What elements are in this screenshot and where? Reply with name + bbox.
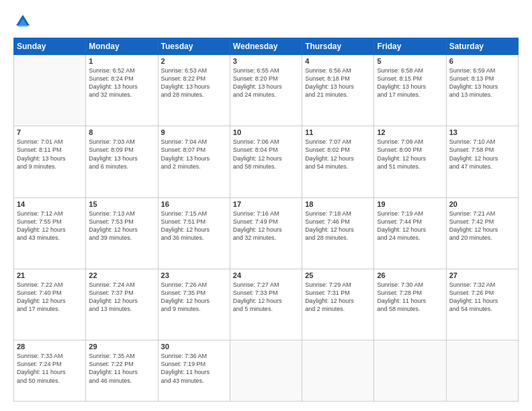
day-info: Sunrise: 6:58 AM Sunset: 8:15 PM Dayligh… <box>377 66 443 99</box>
day-info: Sunrise: 7:33 AM Sunset: 7:24 PM Dayligh… <box>17 352 83 385</box>
calendar-cell <box>14 55 86 126</box>
day-info: Sunrise: 7:06 AM Sunset: 8:04 PM Dayligh… <box>233 138 299 171</box>
calendar-cell: 10Sunrise: 7:06 AM Sunset: 8:04 PM Dayli… <box>230 126 302 197</box>
day-number: 10 <box>233 128 299 136</box>
calendar-cell: 22Sunrise: 7:24 AM Sunset: 7:37 PM Dayli… <box>86 269 158 340</box>
calendar-cell: 24Sunrise: 7:27 AM Sunset: 7:33 PM Dayli… <box>230 269 302 340</box>
day-number: 15 <box>89 200 154 208</box>
day-number: 9 <box>161 128 227 136</box>
calendar-cell: 3Sunrise: 6:55 AM Sunset: 8:20 PM Daylig… <box>230 55 302 126</box>
calendar-day-header: Friday <box>374 38 446 55</box>
day-info: Sunrise: 7:21 AM Sunset: 7:42 PM Dayligh… <box>449 210 515 242</box>
day-number: 17 <box>233 200 299 208</box>
day-info: Sunrise: 6:55 AM Sunset: 8:20 PM Dayligh… <box>233 66 299 99</box>
day-number: 24 <box>233 271 299 279</box>
day-number: 8 <box>89 128 154 136</box>
calendar-cell: 21Sunrise: 7:22 AM Sunset: 7:40 PM Dayli… <box>14 269 86 340</box>
logo <box>13 12 35 31</box>
day-number: 16 <box>161 200 227 208</box>
calendar-cell: 7Sunrise: 7:01 AM Sunset: 8:11 PM Daylig… <box>14 126 86 197</box>
calendar-header-row: SundayMondayTuesdayWednesdayThursdayFrid… <box>14 38 519 55</box>
day-info: Sunrise: 7:26 AM Sunset: 7:35 PM Dayligh… <box>161 281 227 314</box>
day-number: 25 <box>305 271 371 279</box>
day-info: Sunrise: 7:10 AM Sunset: 7:58 PM Dayligh… <box>449 138 515 171</box>
day-info: Sunrise: 7:32 AM Sunset: 7:26 PM Dayligh… <box>449 281 515 314</box>
day-number: 4 <box>305 57 371 65</box>
calendar-day-header: Wednesday <box>230 38 302 55</box>
calendar-cell: 29Sunrise: 7:35 AM Sunset: 7:22 PM Dayli… <box>86 340 158 402</box>
day-number: 21 <box>17 271 83 279</box>
calendar-cell: 6Sunrise: 6:59 AM Sunset: 8:13 PM Daylig… <box>446 55 518 126</box>
day-info: Sunrise: 7:19 AM Sunset: 7:44 PM Dayligh… <box>377 210 443 242</box>
day-number: 5 <box>377 57 443 65</box>
day-info: Sunrise: 7:13 AM Sunset: 7:53 PM Dayligh… <box>89 210 154 242</box>
calendar-week-row: 14Sunrise: 7:12 AM Sunset: 7:55 PM Dayli… <box>14 197 519 269</box>
day-number: 22 <box>89 271 154 279</box>
day-number: 6 <box>449 57 515 65</box>
day-number: 26 <box>377 271 443 279</box>
page: SundayMondayTuesdayWednesdayThursdayFrid… <box>0 0 532 411</box>
calendar-cell: 20Sunrise: 7:21 AM Sunset: 7:42 PM Dayli… <box>446 197 518 269</box>
calendar-cell: 19Sunrise: 7:19 AM Sunset: 7:44 PM Dayli… <box>374 197 446 269</box>
calendar-cell: 13Sunrise: 7:10 AM Sunset: 7:58 PM Dayli… <box>446 126 518 197</box>
calendar-day-header: Monday <box>86 38 158 55</box>
calendar-cell <box>230 340 302 402</box>
calendar-cell: 2Sunrise: 6:53 AM Sunset: 8:22 PM Daylig… <box>158 55 230 126</box>
calendar-cell <box>302 340 374 402</box>
header <box>13 12 519 31</box>
day-info: Sunrise: 7:15 AM Sunset: 7:51 PM Dayligh… <box>161 210 227 242</box>
calendar-cell: 15Sunrise: 7:13 AM Sunset: 7:53 PM Dayli… <box>86 197 158 269</box>
calendar-week-row: 7Sunrise: 7:01 AM Sunset: 8:11 PM Daylig… <box>14 126 519 197</box>
calendar-table: SundayMondayTuesdayWednesdayThursdayFrid… <box>13 38 519 402</box>
calendar-cell: 18Sunrise: 7:18 AM Sunset: 7:46 PM Dayli… <box>302 197 374 269</box>
day-number: 11 <box>305 128 371 136</box>
day-info: Sunrise: 7:16 AM Sunset: 7:49 PM Dayligh… <box>233 210 299 242</box>
logo-icon <box>13 12 32 31</box>
calendar-cell: 4Sunrise: 6:56 AM Sunset: 8:18 PM Daylig… <box>302 55 374 126</box>
calendar-day-header: Thursday <box>302 38 374 55</box>
calendar-day-header: Tuesday <box>158 38 230 55</box>
day-info: Sunrise: 7:09 AM Sunset: 8:00 PM Dayligh… <box>377 138 443 171</box>
calendar-cell: 16Sunrise: 7:15 AM Sunset: 7:51 PM Dayli… <box>158 197 230 269</box>
day-info: Sunrise: 6:53 AM Sunset: 8:22 PM Dayligh… <box>161 66 227 99</box>
calendar-cell: 25Sunrise: 7:29 AM Sunset: 7:31 PM Dayli… <box>302 269 374 340</box>
day-info: Sunrise: 7:04 AM Sunset: 8:07 PM Dayligh… <box>161 138 227 171</box>
day-info: Sunrise: 7:30 AM Sunset: 7:28 PM Dayligh… <box>377 281 443 314</box>
calendar-cell: 17Sunrise: 7:16 AM Sunset: 7:49 PM Dayli… <box>230 197 302 269</box>
calendar-cell: 8Sunrise: 7:03 AM Sunset: 8:09 PM Daylig… <box>86 126 158 197</box>
day-number: 19 <box>377 200 443 208</box>
day-info: Sunrise: 7:12 AM Sunset: 7:55 PM Dayligh… <box>17 210 83 242</box>
day-info: Sunrise: 7:24 AM Sunset: 7:37 PM Dayligh… <box>89 281 154 314</box>
day-info: Sunrise: 7:27 AM Sunset: 7:33 PM Dayligh… <box>233 281 299 314</box>
day-number: 23 <box>161 271 227 279</box>
day-number: 1 <box>89 57 154 65</box>
calendar-week-row: 21Sunrise: 7:22 AM Sunset: 7:40 PM Dayli… <box>14 269 519 340</box>
calendar-cell: 9Sunrise: 7:04 AM Sunset: 8:07 PM Daylig… <box>158 126 230 197</box>
day-info: Sunrise: 6:52 AM Sunset: 8:24 PM Dayligh… <box>89 66 154 99</box>
calendar-cell: 12Sunrise: 7:09 AM Sunset: 8:00 PM Dayli… <box>374 126 446 197</box>
calendar-cell: 14Sunrise: 7:12 AM Sunset: 7:55 PM Dayli… <box>14 197 86 269</box>
day-number: 7 <box>17 128 83 136</box>
calendar-cell: 28Sunrise: 7:33 AM Sunset: 7:24 PM Dayli… <box>14 340 86 402</box>
day-info: Sunrise: 7:22 AM Sunset: 7:40 PM Dayligh… <box>17 281 83 314</box>
day-info: Sunrise: 7:36 AM Sunset: 7:19 PM Dayligh… <box>161 352 227 385</box>
calendar-cell: 23Sunrise: 7:26 AM Sunset: 7:35 PM Dayli… <box>158 269 230 340</box>
calendar-cell: 1Sunrise: 6:52 AM Sunset: 8:24 PM Daylig… <box>86 55 158 126</box>
day-number: 20 <box>449 200 515 208</box>
day-info: Sunrise: 7:18 AM Sunset: 7:46 PM Dayligh… <box>305 210 371 242</box>
calendar-cell: 30Sunrise: 7:36 AM Sunset: 7:19 PM Dayli… <box>158 340 230 402</box>
day-number: 27 <box>449 271 515 279</box>
day-info: Sunrise: 7:07 AM Sunset: 8:02 PM Dayligh… <box>305 138 371 171</box>
day-number: 3 <box>233 57 299 65</box>
calendar-day-header: Sunday <box>14 38 86 55</box>
day-number: 14 <box>17 200 83 208</box>
day-number: 28 <box>17 342 83 351</box>
calendar-week-row: 28Sunrise: 7:33 AM Sunset: 7:24 PM Dayli… <box>14 340 519 402</box>
calendar-cell: 11Sunrise: 7:07 AM Sunset: 8:02 PM Dayli… <box>302 126 374 197</box>
day-info: Sunrise: 7:03 AM Sunset: 8:09 PM Dayligh… <box>89 138 154 171</box>
calendar-cell <box>374 340 446 402</box>
day-info: Sunrise: 7:35 AM Sunset: 7:22 PM Dayligh… <box>89 352 154 385</box>
day-number: 18 <box>305 200 371 208</box>
calendar-cell <box>446 340 518 402</box>
day-info: Sunrise: 6:59 AM Sunset: 8:13 PM Dayligh… <box>449 66 515 99</box>
